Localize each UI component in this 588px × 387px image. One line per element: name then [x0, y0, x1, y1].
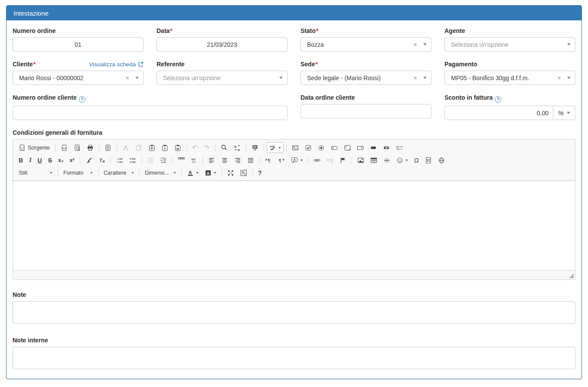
- smiley-button[interactable]: [394, 155, 411, 166]
- styles-combo[interactable]: Stili: [16, 167, 56, 178]
- text-direction-rtl-button[interactable]: [275, 155, 287, 166]
- superscript-button[interactable]: x²: [67, 155, 77, 166]
- image-button-button[interactable]: [380, 142, 392, 153]
- help-icon[interactable]: ?: [495, 96, 501, 103]
- clear-icon[interactable]: ×: [125, 75, 129, 81]
- data-input[interactable]: [157, 37, 287, 52]
- pagamento-select[interactable]: MP05 - Bonifico 30gg d.f.f.m. ×: [444, 71, 575, 85]
- cut-icon: [122, 144, 129, 151]
- font-combo[interactable]: Carattere: [101, 167, 137, 178]
- clear-icon[interactable]: ×: [413, 41, 417, 48]
- textarea-field-button[interactable]: [341, 142, 353, 153]
- align-center-icon: [221, 157, 228, 164]
- templates-button[interactable]: [102, 142, 114, 153]
- data-ordine-cliente-label: Data ordine cliente: [301, 94, 431, 101]
- image-button-icon: [383, 144, 390, 151]
- print-button[interactable]: [84, 142, 96, 153]
- spell-check-button[interactable]: [267, 142, 284, 153]
- sede-select[interactable]: Sede legale - (Mario Rossi) ×: [301, 71, 431, 85]
- italic-button[interactable]: I: [26, 155, 34, 166]
- bulleted-list-button[interactable]: [127, 155, 139, 166]
- note-interne-label: Note interne: [13, 337, 575, 344]
- subscript-button[interactable]: x₂: [56, 155, 66, 166]
- undo-button: ↶: [189, 142, 200, 153]
- editor-content-area[interactable]: [13, 181, 575, 270]
- language-button[interactable]: [288, 155, 305, 166]
- align-left-button[interactable]: [206, 155, 218, 166]
- paste-button[interactable]: [146, 142, 158, 153]
- button-field-button[interactable]: [367, 142, 379, 153]
- textarea-field-icon: [344, 144, 351, 151]
- copy-formatting-button[interactable]: [83, 155, 95, 166]
- radio-button-button[interactable]: [315, 142, 327, 153]
- font-size-combo[interactable]: Dimensi...: [142, 167, 179, 178]
- paste-from-word-button[interactable]: [172, 142, 184, 153]
- about-button[interactable]: ?: [255, 167, 265, 178]
- increase-indent-button[interactable]: [157, 155, 170, 166]
- numero-ordine-cliente-input[interactable]: [13, 106, 287, 120]
- text-direction-ltr-button[interactable]: [262, 155, 274, 166]
- preview-button[interactable]: [71, 142, 83, 153]
- numbered-list-button[interactable]: [114, 155, 126, 166]
- bold-button[interactable]: B: [16, 155, 26, 166]
- required-asterisk: *: [315, 61, 317, 68]
- underline-button[interactable]: U: [35, 155, 45, 166]
- data-ordine-cliente-input[interactable]: [301, 104, 431, 118]
- special-character-button[interactable]: Ω: [412, 155, 421, 166]
- redo-icon: ↷: [204, 145, 209, 151]
- format-combo[interactable]: Formato: [60, 167, 96, 178]
- clear-icon[interactable]: ×: [413, 75, 417, 81]
- checkbox-button[interactable]: [302, 142, 314, 153]
- horizontal-rule-button[interactable]: [381, 155, 393, 166]
- export-pdf-button[interactable]: [58, 142, 70, 153]
- table-button[interactable]: [368, 155, 380, 166]
- blockquote-button[interactable]: ””: [175, 155, 187, 166]
- visualizza-scheda-link[interactable]: Visualizza scheda: [89, 61, 144, 68]
- align-center-button[interactable]: [219, 155, 231, 166]
- background-color-button[interactable]: [202, 167, 219, 178]
- resize-grip-icon[interactable]: [569, 273, 574, 278]
- help-icon[interactable]: ?: [79, 96, 85, 103]
- required-asterisk: *: [33, 61, 36, 68]
- note-interne-textarea[interactable]: [13, 347, 575, 369]
- clear-icon[interactable]: ×: [557, 75, 561, 81]
- remove-format-button[interactable]: [96, 155, 108, 166]
- numero-ordine-input[interactable]: [13, 37, 144, 52]
- text-field-button[interactable]: [328, 142, 340, 153]
- toolbar-separator: [80, 156, 80, 164]
- sconto-unit-select[interactable]: %: [553, 106, 575, 120]
- div-container-button[interactable]: [188, 155, 200, 166]
- source-label: Sorgente: [28, 145, 50, 151]
- referente-select[interactable]: Seleziona un'opzione: [157, 71, 287, 85]
- show-blocks-button[interactable]: [238, 167, 250, 178]
- image-button[interactable]: [355, 155, 367, 166]
- select-field-button[interactable]: [354, 142, 366, 153]
- select-all-button[interactable]: [249, 142, 261, 153]
- replace-icon: [234, 144, 241, 151]
- page-break-button[interactable]: [422, 155, 434, 166]
- justify-button[interactable]: [245, 155, 257, 166]
- paste-as-text-button[interactable]: [159, 142, 171, 153]
- condizioni-block: Condizioni generali di fornitura Sorgent…: [13, 129, 575, 280]
- hidden-field-button[interactable]: [393, 142, 405, 153]
- anchor-button[interactable]: [337, 155, 349, 166]
- iframe-button[interactable]: [435, 155, 448, 166]
- maximize-button[interactable]: [225, 167, 237, 178]
- link-button[interactable]: [311, 155, 323, 166]
- align-right-button[interactable]: [232, 155, 244, 166]
- select-all-icon: [252, 144, 258, 151]
- smiley-icon: [396, 157, 403, 164]
- source-button[interactable]: Sorgente: [16, 142, 52, 153]
- cliente-select[interactable]: Mario Rossi - 00000002 ×: [13, 71, 144, 85]
- panel-title: Intestazione: [13, 10, 49, 17]
- font-size-combo-label: Dimensi...: [145, 170, 169, 176]
- sconto-input[interactable]: [444, 106, 553, 120]
- replace-button[interactable]: [231, 142, 243, 153]
- text-color-button[interactable]: [184, 167, 201, 178]
- form-button[interactable]: [289, 142, 301, 153]
- agente-select[interactable]: Seleziona un'opzione: [444, 37, 575, 52]
- find-button[interactable]: [218, 142, 230, 153]
- strikethrough-button[interactable]: S: [46, 155, 55, 166]
- stato-select[interactable]: Bozza ×: [301, 37, 431, 52]
- note-textarea[interactable]: [13, 301, 575, 324]
